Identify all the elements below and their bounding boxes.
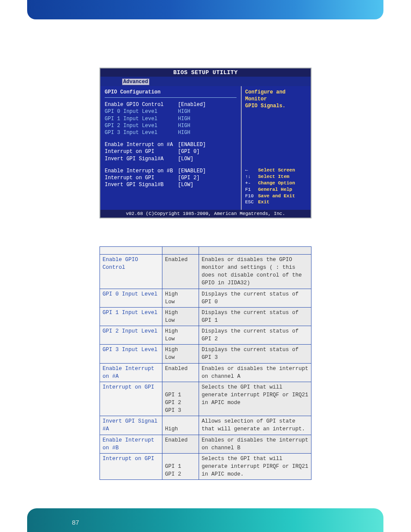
- spacer: [105, 162, 237, 168]
- cell-options: Enabled: [162, 363, 199, 382]
- bios-nav-key: F10: [245, 193, 258, 199]
- bios-body: GPIO Configuration Enable GPIO Control[E…: [100, 86, 311, 210]
- bios-footer: v02.68 (C)Copyright 1985-2009, American …: [100, 210, 311, 218]
- bios-nav-row: ←Select Screen: [245, 167, 295, 174]
- cell-feature: GPI 2 Input Level: [100, 326, 162, 345]
- cell-description: Enables or disables the interrupt on cha…: [199, 435, 311, 453]
- bios-setting-label: GPI 3 Input Level: [105, 129, 178, 136]
- bios-screenshot: BIOS SETUP UTILITY Advanced GPIO Configu…: [100, 68, 311, 218]
- bios-nav-row: F10Save and Exit: [245, 193, 295, 199]
- bios-setting-label: GPI 0 Input Level: [105, 108, 178, 115]
- th-feature: [100, 247, 162, 255]
- footer-bar: 87: [27, 508, 383, 532]
- table-row: Interrupt on GPI GPI 1 GPI 2Selects the …: [100, 453, 311, 479]
- cell-options: Enabled: [162, 435, 199, 453]
- bios-rows-c: Enable Interrupt on #B[ENABLED]Interrupt…: [105, 168, 237, 189]
- bios-nav-action: Save and Exit: [258, 193, 295, 199]
- table-row: Enable GPIO ControlEnabledEnables or dis…: [100, 255, 311, 289]
- bios-setting-value: HIGH: [178, 109, 190, 115]
- bios-nav-key: ←: [245, 167, 258, 174]
- bios-setting-row: GPI 1 Input LevelHIGH: [105, 115, 237, 122]
- table-row: GPI 2 Input LevelHigh LowDisplays the cu…: [100, 326, 311, 345]
- header-banner: [27, 0, 383, 19]
- bios-nav-row: ↑↓Select Item: [245, 174, 295, 180]
- bios-right-pane: Configure and Monitor GPIO Signals. ←Sel…: [242, 86, 311, 210]
- cell-options: Enabled: [162, 255, 199, 289]
- table-row: GPI 3 Input LevelHigh LowDisplays the cu…: [100, 345, 311, 363]
- bios-setting-row: Enable Interrupt on #B[ENABLED]: [105, 168, 237, 174]
- bios-setting-value: [LOW]: [178, 156, 193, 162]
- cell-feature: GPI 0 Input Level: [100, 289, 162, 307]
- bios-nav-key: +-: [245, 180, 258, 187]
- cell-feature: Enable Interrupt on #B: [100, 435, 162, 453]
- bios-setting-row: GPI 3 Input LevelHIGH: [105, 129, 237, 136]
- bios-setting-value: [ENABLED]: [178, 142, 206, 148]
- bios-rows-a: Enable GPIO Control[Enabled]GPI 0 Input …: [105, 101, 237, 136]
- bios-nav-action: General Help: [258, 187, 292, 192]
- bios-setting-label: Enable Interrupt on #B: [105, 168, 178, 174]
- cell-options: High Low: [162, 289, 199, 307]
- cell-description: Displays the current status of GPI 3: [199, 345, 311, 363]
- bios-nav-key: ESC: [245, 199, 258, 205]
- cell-feature: GPI 3 Input Level: [100, 345, 162, 363]
- bios-setting-label: Invert GPI Signal#B: [105, 181, 178, 188]
- cell-options: GPI 1 GPI 2 GPI 3: [162, 382, 199, 416]
- th-desc: [199, 247, 311, 255]
- bios-help-line-2: GPIO Signals.: [245, 103, 307, 109]
- bios-setting-label: GPI 2 Input Level: [105, 122, 178, 129]
- bios-nav-row: ESCExit: [245, 199, 295, 205]
- cell-options: High Low: [162, 307, 199, 326]
- cell-description: Enables or disables the interrupt on cha…: [199, 363, 311, 382]
- cell-feature: Interrupt on GPI: [100, 382, 162, 416]
- bios-setting-row: Interrupt on GPI[GPI 2]: [105, 174, 237, 181]
- table-row: GPI 1 Input LevelHigh LowDisplays the cu…: [100, 307, 311, 326]
- bios-setting-label: Enable Interrupt on #A: [105, 141, 178, 148]
- bios-section-heading: GPIO Configuration: [105, 89, 237, 98]
- bios-setting-value: [LOW]: [178, 182, 193, 188]
- bios-tab-row: Advanced: [100, 77, 311, 86]
- cell-description: Selects the GPI that will generate inter…: [199, 453, 311, 479]
- cell-options: High Low: [162, 345, 199, 363]
- bios-setting-row: GPI 2 Input LevelHIGH: [105, 122, 237, 129]
- cell-options: High Low: [162, 326, 199, 345]
- cell-description: Displays the current status of GPI 2: [199, 326, 311, 345]
- cell-description: Enables or disables the GPIO monitor and…: [199, 255, 311, 289]
- cell-feature: Interrupt on GPI: [100, 453, 162, 479]
- bios-setting-value: HIGH: [178, 116, 190, 122]
- bios-setting-value: HIGH: [178, 130, 190, 136]
- spacer: [105, 136, 237, 141]
- bios-setting-value: HIGH: [178, 123, 190, 129]
- bios-nav-action: Change Option: [258, 180, 295, 186]
- bios-nav-key: ↑↓: [245, 174, 258, 180]
- bios-setting-row: Interrupt on GPI[GPI 0]: [105, 148, 237, 155]
- bios-setting-row: Invert GPI Signal#B[LOW]: [105, 181, 237, 188]
- bios-setting-row: GPI 0 Input LevelHIGH: [105, 108, 237, 115]
- table-row: Enable Interrupt on #AEnabledEnables or …: [100, 363, 311, 382]
- bios-nav-action: Select Screen: [258, 168, 295, 173]
- cell-description: Displays the current status of GPI 1: [199, 307, 311, 326]
- bios-setting-label: Invert GPI Signal#A: [105, 156, 178, 162]
- bios-setting-row: Enable Interrupt on #A[ENABLED]: [105, 141, 237, 148]
- bios-nav-row: +-Change Option: [245, 180, 295, 187]
- bios-nav-key: F1: [245, 187, 258, 193]
- table-row: Enable Interrupt on #BEnabledEnables or …: [100, 435, 311, 453]
- cell-options: High: [162, 416, 199, 435]
- bios-setting-value: [GPI 2]: [178, 175, 199, 181]
- bios-setting-row: Invert GPI Signal#A[LOW]: [105, 156, 237, 162]
- cell-feature: GPI 1 Input Level: [100, 307, 162, 326]
- settings-table: Enable GPIO ControlEnabledEnables or dis…: [100, 246, 311, 480]
- th-options: [162, 247, 199, 255]
- cell-feature: Enable GPIO Control: [100, 255, 162, 289]
- bios-nav-row: F1General Help: [245, 187, 295, 193]
- cell-description: Allows selection of GPI state that will …: [199, 416, 311, 435]
- table-row: Invert GPI Signal #A HighAllows selectio…: [100, 416, 311, 435]
- bios-left-pane: GPIO Configuration Enable GPIO Control[E…: [100, 86, 242, 210]
- bios-help-line-1: Configure and Monitor: [245, 89, 307, 103]
- bios-setting-value: [ENABLED]: [178, 168, 206, 174]
- cell-options: GPI 1 GPI 2: [162, 453, 199, 479]
- bios-setting-label: Interrupt on GPI: [105, 174, 178, 181]
- bios-nav-hints: ←Select Screen↑↓Select Item+-Change Opti…: [245, 167, 295, 205]
- page-number: 87: [72, 519, 79, 526]
- cell-feature: Enable Interrupt on #A: [100, 363, 162, 382]
- bios-tab-advanced: Advanced: [122, 78, 149, 85]
